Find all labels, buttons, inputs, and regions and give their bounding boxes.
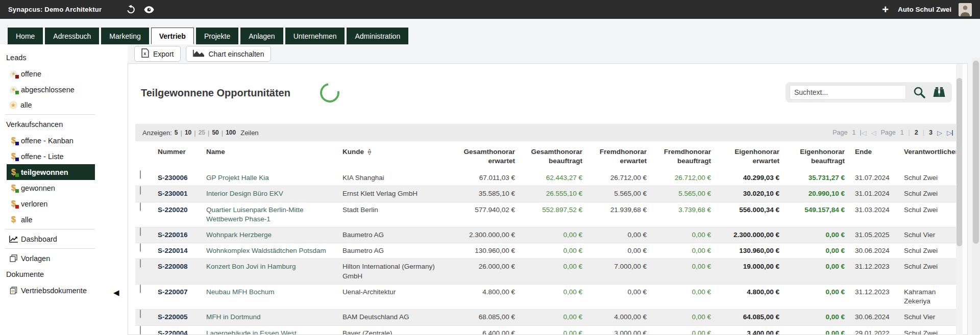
table-header-row: NummerNameKunde △▽GesamthonorarerwartetG…: [135, 141, 960, 170]
cell-gesamt_beauftragt: 0,00 €: [521, 243, 589, 259]
cell-fremd_erwartet: 0,00 €: [589, 227, 653, 243]
column-header-eigen_erwartet[interactable]: Eigenhonorarerwartet: [717, 147, 786, 165]
sidebar-item-alle[interactable]: $alle: [7, 212, 95, 227]
column-header-gesamt_beauftragt[interactable]: Gesamthonorarbeauftragt: [521, 147, 589, 165]
cell-kunde: Ernst Klett Verlag GmbH: [338, 186, 450, 201]
page-size-option-10[interactable]: 10: [185, 129, 191, 136]
sidebar-item-teilgewonnen[interactable]: $teilgewonnen: [7, 164, 95, 180]
cell-name[interactable]: Wohnkomplex Waldstädtchen Potsdam: [202, 243, 338, 259]
tab-home[interactable]: Home: [8, 28, 43, 44]
sort-icon[interactable]: △▽: [368, 149, 371, 155]
sidebar-item-verloren[interactable]: $verloren: [7, 196, 95, 212]
tab-vertrieb[interactable]: Vertrieb: [151, 28, 194, 44]
prev-page-icon[interactable]: ◁: [871, 129, 876, 137]
row-checkbox[interactable]: [140, 243, 141, 252]
chart-toggle-button[interactable]: Chart einschalten: [186, 46, 271, 62]
tab-unternehmen[interactable]: Unternehmen: [285, 28, 345, 44]
row-checkbox[interactable]: [140, 259, 141, 268]
sidebar-section-leads: Leads: [0, 49, 128, 66]
row-checkbox[interactable]: [140, 202, 141, 211]
sidebar-item-abgeschlossene[interactable]: ★abgeschlossene: [7, 82, 95, 97]
plus-icon[interactable]: +: [882, 3, 889, 16]
cell-ende: 31.05.2025: [851, 227, 900, 243]
page-size-option-25[interactable]: 25: [199, 129, 205, 136]
cell-gesamt_erwartet: 6.400,00 €: [450, 326, 521, 335]
lead-all-icon: ★: [9, 101, 17, 109]
cell-name[interactable]: Quartier Luisenpark Berlin-Mitte Wettbew…: [202, 202, 338, 227]
column-header-kunde[interactable]: Kunde △▽: [338, 147, 450, 165]
column-header-gesamt_erwartet[interactable]: Gesamthonorarerwartet: [450, 147, 521, 165]
cell-name[interactable]: Konzert Bon Jovi in Hamburg: [202, 259, 338, 274]
search-icon[interactable]: [913, 86, 925, 98]
cell-gesamt_erwartet: 577.940,02 €: [450, 202, 521, 218]
first-page-icon[interactable]: ◁: [860, 129, 866, 137]
tab-projekte[interactable]: Projekte: [196, 28, 238, 44]
cell-name[interactable]: GP Projekt Halle Kia: [202, 170, 338, 186]
sidebar-section-dokumente: Dokumente: [0, 266, 128, 282]
cell-name[interactable]: Neubau MFH Bochum: [202, 285, 338, 300]
cell-name[interactable]: Interior Design Büro EKV: [202, 186, 338, 201]
lead-closed-icon: ★: [9, 85, 18, 94]
sidebar-item-gewonnen[interactable]: $gewonnen: [7, 180, 95, 196]
row-checkbox[interactable]: [140, 186, 141, 195]
column-header-verantwortlicher[interactable]: Verantwortlicher: [900, 147, 960, 165]
user-avatar[interactable]: [959, 3, 972, 16]
page-number-1[interactable]: 1: [900, 129, 904, 136]
cell-ende: 30.06.2024: [851, 310, 900, 325]
cell-fremd_erwartet: 3.000,00 €: [589, 326, 653, 335]
cell-ende: 31.12.2023: [851, 285, 900, 300]
page-label: Page: [832, 129, 847, 136]
search-input[interactable]: [790, 85, 906, 99]
row-checkbox[interactable]: [140, 310, 141, 318]
undo-icon[interactable]: [126, 5, 136, 14]
cell-gesamt_erwartet: 130.960,00 €: [450, 243, 521, 259]
sidebar-item-offene[interactable]: ★offene: [7, 66, 95, 82]
sidebar-item-dashboard[interactable]: Dashboard: [7, 231, 95, 247]
sidebar-item-alle[interactable]: ★alle: [7, 97, 95, 113]
cell-eigen_erwartet: 19.000,00 €: [717, 259, 786, 274]
page-size-option-100[interactable]: 100: [226, 129, 236, 136]
row-checkbox[interactable]: [140, 326, 141, 334]
page-size-option-5[interactable]: 5: [175, 129, 178, 136]
tab-administration[interactable]: Administration: [347, 28, 408, 44]
cell-name[interactable]: Wohnpark Herzberge: [202, 227, 338, 243]
column-header-fremd_erwartet[interactable]: Fremdhonorarerwartet: [589, 147, 653, 165]
cell-name[interactable]: Lagergebäude in Essen West: [202, 326, 338, 335]
cell-name[interactable]: MFH in Dortmund: [202, 310, 338, 325]
status-badge: [15, 173, 19, 177]
export-button[interactable]: x Export: [134, 46, 181, 62]
tab-marketing[interactable]: Marketing: [101, 28, 149, 44]
sidebar-item-offene-kanban[interactable]: $offene - Kanban: [7, 133, 95, 148]
sidebar-item-label: alle: [20, 101, 32, 109]
cell-eigen_erwartet: 130.960,00 €: [717, 243, 786, 259]
column-header-ende[interactable]: Ende: [851, 147, 900, 165]
sidebar-item-offene-liste[interactable]: $offene - Liste: [7, 148, 95, 164]
column-header-nummer[interactable]: Nummer: [154, 147, 202, 165]
page-number-2[interactable]: 2: [915, 129, 918, 136]
advanced-search-binoculars-icon[interactable]: [933, 87, 946, 98]
column-header-name[interactable]: Name: [202, 147, 338, 165]
page-size-option-50[interactable]: 50: [212, 129, 218, 136]
page-number-3[interactable]: 3: [929, 129, 933, 136]
inner-scrollbar-thumb[interactable]: [957, 78, 962, 246]
next-page-icon[interactable]: ▷: [937, 129, 942, 137]
table-controls-band: Anzeigen: 5|10|25|50|100 Zeilen Page1◁◁P…: [135, 124, 960, 141]
row-checkbox[interactable]: [140, 170, 141, 179]
tab-anlagen[interactable]: Anlagen: [240, 28, 283, 44]
cell-eigen_beauftragt: 0,00 €: [786, 259, 851, 274]
sidebar-collapse-icon[interactable]: ◀: [113, 288, 119, 297]
sidebar-item-vertriebsdokumente[interactable]: Vertriebsdokumente: [7, 282, 95, 298]
cell-kunde: Hilton International (Germany) GmbH: [338, 259, 450, 284]
column-header-eigen_beauftragt[interactable]: Eigenhonorarbeauftragt: [786, 147, 851, 165]
row-checkbox[interactable]: [140, 285, 141, 293]
column-header-fremd_beauftragt[interactable]: Fremdhonorarbeauftragt: [653, 147, 717, 165]
page-scrollbar-thumb[interactable]: [973, 61, 979, 244]
cell-eigen_beauftragt: 20.990,10 €: [786, 186, 851, 201]
cell-kunde: Uenal-Architektur: [338, 285, 450, 300]
tab-adressbuch[interactable]: Adressbuch: [45, 28, 99, 44]
last-page-icon[interactable]: ▷: [947, 129, 953, 137]
sidebar-item-vorlagen[interactable]: Vorlagen: [7, 250, 95, 266]
row-checkbox[interactable]: [140, 227, 141, 236]
cell-nummer: S-220004: [154, 326, 202, 335]
eye-icon[interactable]: [144, 6, 154, 13]
